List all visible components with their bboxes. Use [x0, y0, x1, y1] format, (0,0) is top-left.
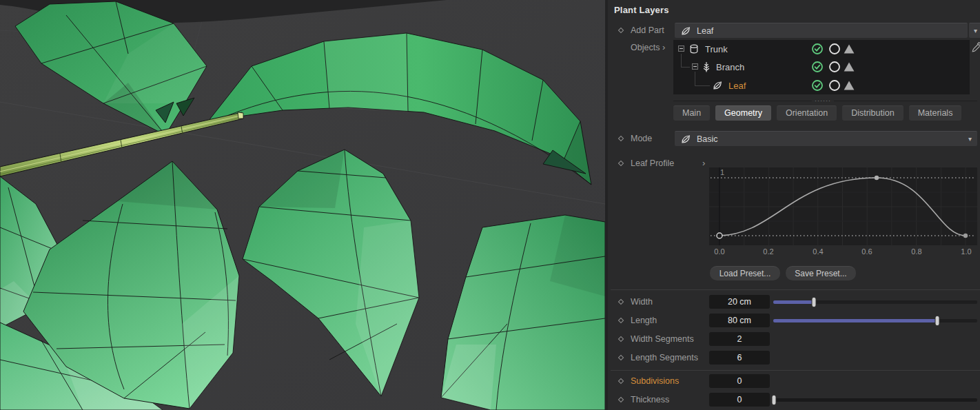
divider — [611, 370, 980, 371]
collapse-box-icon[interactable] — [692, 63, 698, 70]
mode-dropdown[interactable]: Basic ▾ — [675, 131, 977, 146]
add-part-value: Leaf — [697, 26, 713, 36]
tab-materials[interactable]: Materials — [909, 105, 962, 121]
curve-point[interactable] — [875, 176, 879, 180]
triangle-toggle-icon[interactable] — [843, 61, 855, 73]
chevron-right-icon[interactable]: › — [702, 156, 705, 171]
object-tree: Trunk — [673, 40, 970, 94]
mode-label: Mode — [631, 131, 652, 146]
param-row-width: Width 20 cm — [608, 293, 980, 311]
thickness-field[interactable]: 0 — [709, 393, 770, 407]
length-field[interactable]: 80 cm — [709, 314, 770, 327]
curve-x-tick: 0.4 — [806, 247, 830, 256]
trunk-icon — [688, 43, 700, 54]
branch-icon — [701, 61, 712, 72]
tab-bar: Main Geometry Orientation Distribution M… — [673, 105, 961, 121]
3d-viewport[interactable] — [0, 0, 605, 410]
keyframe-diamond-icon[interactable] — [618, 136, 624, 141]
leaf-icon — [712, 80, 723, 91]
enabled-check-icon[interactable] — [811, 43, 824, 55]
circle-toggle-icon[interactable] — [828, 61, 841, 73]
width-label: Width — [631, 294, 653, 309]
length-slider[interactable] — [773, 319, 977, 322]
slider-handle[interactable] — [812, 297, 817, 307]
curve-x-tick: 0.0 — [707, 247, 732, 256]
tab-orientation[interactable]: Orientation — [777, 105, 837, 121]
chevron-down-icon: ▾ — [974, 27, 977, 34]
keyframe-diamond-icon[interactable] — [618, 28, 624, 33]
tree-row-branch[interactable]: Branch — [673, 58, 970, 76]
collapse-box-icon[interactable] — [678, 45, 684, 52]
eyedropper-icon[interactable] — [971, 41, 980, 53]
tree-item-label: Branch — [716, 62, 744, 72]
leaf-profile-curve-editor[interactable] — [709, 167, 977, 245]
curve-x-tick: 1.0 — [954, 247, 979, 256]
enabled-check-icon[interactable] — [811, 79, 824, 92]
keyframe-diamond-icon[interactable] — [618, 355, 624, 360]
thickness-label: Thickness — [631, 392, 669, 407]
enabled-check-icon[interactable] — [811, 61, 824, 73]
width-segments-label: Width Segments — [631, 331, 694, 347]
viewport-scene — [0, 0, 605, 410]
param-row-length-segments: Length Segments 6 — [608, 349, 980, 367]
tab-geometry[interactable]: Geometry — [715, 105, 771, 121]
width-slider[interactable] — [773, 300, 977, 304]
mode-value: Basic — [697, 134, 718, 144]
triangle-toggle-icon[interactable] — [843, 43, 855, 55]
length-segments-label: Length Segments — [631, 350, 698, 365]
curve-point-selected[interactable] — [717, 233, 722, 238]
plant-layers-panel: Plant Layers Add Part Leaf ▾ Objects › — [605, 0, 980, 410]
keyframe-diamond-icon[interactable] — [618, 299, 624, 305]
circle-toggle-icon[interactable] — [828, 43, 841, 55]
subdivisions-field[interactable]: 0 — [709, 374, 770, 388]
chevron-down-icon: ▾ — [968, 135, 972, 143]
param-row-width-segments: Width Segments 2 — [608, 330, 980, 348]
width-field[interactable]: 20 cm — [709, 295, 770, 309]
tree-row-trunk[interactable]: Trunk — [673, 40, 970, 58]
keyframe-diamond-icon[interactable] — [618, 336, 624, 342]
keyframe-diamond-icon[interactable] — [618, 318, 624, 323]
keyframe-diamond-icon[interactable] — [618, 397, 624, 402]
length-segments-field[interactable]: 6 — [709, 351, 770, 365]
triangle-toggle-icon[interactable] — [843, 79, 855, 92]
load-preset-button[interactable]: Load Preset... — [710, 266, 780, 280]
leaf-icon — [680, 25, 691, 37]
save-preset-button[interactable]: Save Preset... — [786, 266, 856, 280]
curve-x-tick: 0.6 — [855, 247, 879, 256]
curve-point[interactable] — [963, 234, 968, 238]
curve-x-tick: 0.2 — [756, 247, 781, 256]
width-segments-field[interactable]: 2 — [709, 332, 770, 346]
param-row-subdivisions: Subdivisions 0 — [608, 372, 980, 390]
curve-x-tick: 0.8 — [904, 247, 929, 256]
curve-plot — [709, 167, 977, 245]
subdivisions-label: Subdivisions — [631, 373, 679, 389]
circle-toggle-icon[interactable] — [828, 79, 841, 92]
divider — [611, 289, 980, 290]
add-part-dropdown-arrow[interactable]: ▾ — [969, 23, 980, 38]
tree-row-leaf[interactable]: Leaf — [673, 76, 970, 94]
tab-main[interactable]: Main — [673, 105, 710, 121]
length-label: Length — [631, 313, 657, 328]
keyframe-diamond-icon[interactable] — [618, 161, 624, 166]
add-part-label: Add Part — [631, 23, 664, 38]
keyframe-diamond-icon[interactable] — [618, 378, 624, 384]
param-row-length: Length 80 cm — [608, 311, 980, 329]
chevron-right-icon: › — [662, 42, 665, 52]
slider-handle[interactable] — [935, 316, 940, 326]
tab-distribution[interactable]: Distribution — [842, 105, 904, 121]
param-row-thickness: Thickness 0 — [608, 391, 980, 409]
drag-handle-dots[interactable]: ······ — [812, 98, 834, 103]
tree-item-label: Trunk — [705, 44, 728, 54]
objects-label: Objects › — [631, 40, 665, 55]
add-part-dropdown[interactable]: Leaf — [675, 23, 968, 38]
curve-y-axis-label: 1 — [720, 168, 724, 176]
slider-handle[interactable] — [772, 395, 777, 405]
leaf-icon — [680, 134, 691, 145]
panel-title: Plant Layers — [614, 5, 669, 15]
tree-item-label: Leaf — [728, 81, 746, 91]
application-window: Plant Layers Add Part Leaf ▾ Objects › — [0, 0, 980, 410]
thickness-slider[interactable] — [773, 398, 977, 402]
leaf-profile-label: Leaf Profile — [631, 156, 674, 171]
